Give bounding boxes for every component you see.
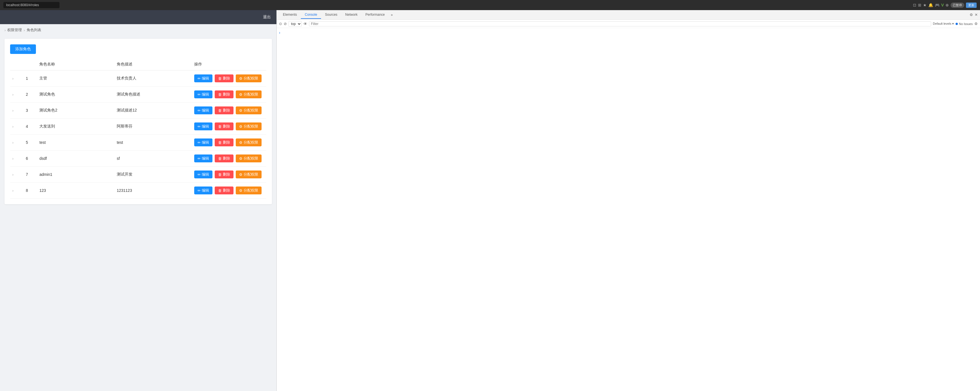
delete-icon: 🗑 [218, 109, 222, 113]
roles-table: 角色名称 角色描述 操作 › 1 主管 技术负责人 ✏ 编辑 [10, 58, 266, 199]
assign-button[interactable]: ⚙ 分配权限 [236, 107, 262, 114]
row-role-name: 大发送到 [37, 118, 115, 134]
assign-button[interactable]: ⚙ 分配权限 [236, 155, 262, 162]
assign-button[interactable]: ⚙ 分配权限 [236, 123, 262, 130]
row-expand-arrow[interactable]: › [10, 118, 24, 134]
browser-bar: localhost:8080/#/roles ⊡ ⊞ ★ 🔔 🎮 V ⊕ 已暂停… [0, 0, 980, 10]
edit-icon: ✏ [197, 156, 200, 161]
row-expand-arrow[interactable]: › [10, 150, 24, 167]
delete-button[interactable]: 🗑 删除 [215, 123, 234, 130]
table-row: › 5 test test ✏ 编辑 🗑 删除 ⚙ 分配权限 [10, 134, 266, 150]
browser-icon-game[interactable]: 🎮 [935, 3, 940, 7]
assign-button[interactable]: ⚙ 分配权限 [236, 187, 262, 195]
table-row: › 6 dsdf sf ✏ 编辑 🗑 删除 ⚙ 分配权限 [10, 150, 266, 167]
table-row: › 3 测试角色2 测试描述12 ✏ 编辑 🗑 删除 ⚙ 分配权限 [10, 102, 266, 118]
devtools-tab-icons: ⚙ ✕ [970, 13, 978, 17]
update-button[interactable]: 更新 [966, 3, 977, 8]
assign-icon: ⚙ [239, 124, 242, 129]
devtools-settings-tab-icon[interactable]: ⚙ [970, 13, 973, 17]
devtools-filter-input[interactable] [309, 21, 931, 26]
row-role-name: test [37, 134, 115, 150]
table-row: › 8 123 1231123 ✏ 编辑 🗑 删除 ⚙ 分配权限 [10, 183, 266, 199]
no-issues-label: No Issues [959, 22, 973, 26]
row-id: 8 [24, 183, 37, 199]
browser-icon-ext[interactable]: ⊕ [945, 3, 949, 7]
edit-button[interactable]: ✏ 编辑 [194, 123, 212, 130]
row-expand-arrow[interactable]: › [10, 86, 24, 102]
assign-icon: ⚙ [239, 93, 242, 97]
delete-button[interactable]: 🗑 删除 [215, 107, 234, 114]
browser-icon-2[interactable]: ⊞ [918, 3, 921, 7]
edit-button[interactable]: ✏ 编辑 [194, 187, 212, 195]
tab-elements[interactable]: Elements [279, 11, 301, 19]
app-header: 退出 [0, 10, 277, 24]
delete-button[interactable]: 🗑 删除 [215, 75, 234, 82]
edit-icon: ✏ [197, 140, 200, 145]
console-block-icon[interactable]: ⊘ [284, 22, 287, 26]
edit-button[interactable]: ✏ 编辑 [194, 107, 212, 114]
row-expand-arrow[interactable]: › [10, 102, 24, 118]
table-row: › 4 大发送到 阿斯蒂芬 ✏ 编辑 🗑 删除 ⚙ 分配权限 [10, 118, 266, 134]
assign-icon: ⚙ [239, 172, 242, 177]
browser-icon-star[interactable]: ★ [923, 3, 927, 7]
assign-button[interactable]: ⚙ 分配权限 [236, 139, 262, 146]
devtools-settings-icon[interactable]: ⚙ [974, 22, 978, 26]
delete-icon: 🗑 [218, 172, 222, 177]
console-inspect-icon[interactable]: ⊙ [279, 22, 282, 26]
tab-network[interactable]: Network [341, 11, 361, 19]
edit-button[interactable]: ✏ 编辑 [194, 139, 212, 146]
browser-icon-bell[interactable]: 🔔 [928, 3, 933, 7]
add-role-button[interactable]: 添加角色 [10, 45, 36, 54]
tab-performance[interactable]: Performance [361, 11, 389, 19]
row-expand-arrow[interactable]: › [10, 183, 24, 199]
assign-button[interactable]: ⚙ 分配权限 [236, 75, 262, 82]
th-role-desc: 角色描述 [115, 58, 192, 70]
logout-button[interactable]: 退出 [263, 14, 271, 20]
devtools-context-select[interactable]: top [288, 21, 302, 27]
assign-button[interactable]: ⚙ 分配权限 [236, 91, 262, 98]
assign-icon: ⚙ [239, 140, 242, 145]
row-role-name: dsdf [37, 150, 115, 167]
breadcrumb-root[interactable]: 权限管理 [7, 27, 22, 33]
breadcrumb: › 权限管理 › 角色列表 [0, 24, 277, 36]
edit-button[interactable]: ✏ 编辑 [194, 171, 212, 178]
row-actions: ✏ 编辑 🗑 删除 ⚙ 分配权限 [192, 118, 266, 134]
assign-button[interactable]: ⚙ 分配权限 [236, 171, 262, 178]
devtools-panel: Elements Console Sources Network Perform… [277, 10, 980, 391]
tab-console[interactable]: Console [301, 11, 321, 19]
row-actions: ✏ 编辑 🗑 删除 ⚙ 分配权限 [192, 102, 266, 118]
row-expand-arrow[interactable]: › [10, 167, 24, 183]
delete-button[interactable]: 🗑 删除 [215, 91, 234, 98]
delete-button[interactable]: 🗑 删除 [215, 155, 234, 162]
devtools-toolbar: ⊙ ⊘ top 👁 Default levels ▾ No Issues ⚙ [277, 20, 980, 28]
edit-button[interactable]: ✏ 编辑 [194, 91, 212, 98]
delete-icon: 🗑 [218, 188, 222, 193]
browser-icon-1[interactable]: ⊡ [913, 3, 916, 7]
tab-sources[interactable]: Sources [321, 11, 341, 19]
edit-button[interactable]: ✏ 编辑 [194, 155, 212, 162]
delete-button[interactable]: 🗑 删除 [215, 139, 234, 146]
console-prompt-chevron[interactable]: › [279, 30, 280, 35]
row-expand-arrow[interactable]: › [10, 134, 24, 150]
main-container: 退出 › 权限管理 › 角色列表 添加角色 角色名称 角色描述 [0, 10, 980, 391]
delete-button[interactable]: 🗑 删除 [215, 171, 234, 178]
devtools-more-icon[interactable]: » [389, 13, 395, 17]
row-actions: ✏ 编辑 🗑 删除 ⚙ 分配权限 [192, 150, 266, 167]
delete-button[interactable]: 🗑 删除 [215, 187, 234, 195]
devtools-eye-icon[interactable]: 👁 [303, 22, 307, 26]
row-role-desc: sf [115, 150, 192, 167]
devtools-close-icon[interactable]: ✕ [975, 13, 978, 17]
app-area: 退出 › 权限管理 › 角色列表 添加角色 角色名称 角色描述 [0, 10, 277, 391]
devtools-levels-select[interactable]: Default levels ▾ [933, 22, 954, 26]
row-role-desc: test [115, 134, 192, 150]
row-role-name: 主管 [37, 70, 115, 86]
row-id: 6 [24, 150, 37, 167]
assign-icon: ⚙ [239, 188, 242, 193]
row-role-desc: 测试描述12 [115, 102, 192, 118]
table-row: › 1 主管 技术负责人 ✏ 编辑 🗑 删除 ⚙ 分配权限 [10, 70, 266, 86]
devtools-tabs: Elements Console Sources Network Perform… [277, 10, 980, 20]
row-expand-arrow[interactable]: › [10, 70, 24, 86]
edit-button[interactable]: ✏ 编辑 [194, 75, 212, 82]
th-id [24, 58, 37, 70]
browser-icon-v[interactable]: V [941, 3, 944, 7]
